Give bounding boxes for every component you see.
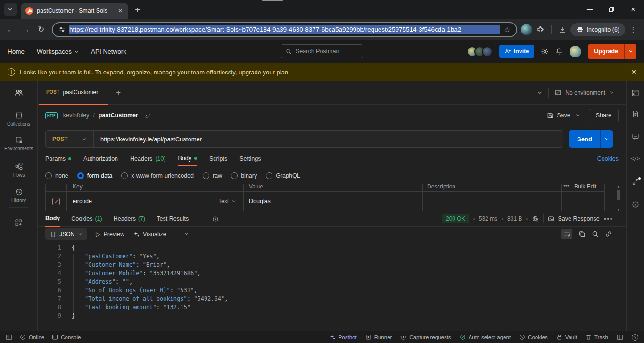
nav-home[interactable]: Home: [8, 48, 25, 55]
response-history-icon[interactable]: [212, 215, 219, 222]
sidebar-configure-button[interactable]: [0, 219, 37, 227]
request-tab-pastcustomer[interactable]: POST pastCustomer: [39, 81, 108, 105]
table-row[interactable]: ✓ eircode Text Douglas: [46, 192, 604, 211]
breadcrumb-request-name[interactable]: pastCustomer: [99, 112, 138, 119]
radio-icon[interactable]: [231, 172, 238, 179]
scroll-up-icon[interactable]: ▲: [617, 184, 620, 189]
browser-menu-icon[interactable]: ⋮: [626, 23, 640, 37]
tab-params[interactable]: Params: [45, 152, 71, 166]
save-button[interactable]: Save: [547, 112, 570, 119]
invite-button[interactable]: Invite: [499, 45, 535, 58]
upgrade-button[interactable]: Upgrade: [588, 44, 624, 59]
postman-search-box[interactable]: Search Postman: [281, 44, 363, 58]
user-avatar[interactable]: [570, 46, 581, 57]
new-request-tab-button[interactable]: +: [116, 88, 121, 98]
window-minimize-button[interactable]: —: [579, 0, 601, 19]
tab-authorization[interactable]: Authorization: [83, 152, 118, 166]
documentation-button[interactable]: [627, 110, 644, 118]
sidebar-item-environments[interactable]: Environments: [0, 136, 37, 151]
window-close-button[interactable]: ✕: [622, 0, 644, 19]
mode-urlencoded[interactable]: x-www-form-urlencoded: [121, 172, 194, 179]
postbot-button[interactable]: Postbot: [330, 334, 357, 340]
link-icon[interactable]: [605, 230, 612, 237]
banner-close-icon[interactable]: ✕: [631, 68, 636, 76]
visualize-button[interactable]: Visualize: [133, 231, 166, 237]
mode-raw[interactable]: raw: [203, 172, 222, 179]
mode-binary[interactable]: binary: [231, 172, 257, 179]
preview-button[interactable]: ▷ Preview: [96, 231, 124, 237]
downloads-icon[interactable]: [555, 23, 570, 37]
team-avatars[interactable]: [467, 46, 493, 57]
tab-headers[interactable]: Headers(10): [130, 152, 165, 166]
cookies-button[interactable]: Cookies: [519, 334, 548, 340]
status-badge[interactable]: 200 OK: [442, 214, 469, 223]
upgrade-chevron-button[interactable]: [624, 44, 636, 59]
capture-requests-button[interactable]: Capture requests: [400, 334, 451, 340]
tab-search-button[interactable]: [4, 3, 17, 16]
send-button[interactable]: Send: [569, 130, 600, 148]
online-status[interactable]: Online: [20, 334, 44, 340]
bulk-edit-button[interactable]: Bulk Edit: [574, 184, 596, 190]
response-tab-body[interactable]: Body: [45, 211, 60, 227]
sidebar-item-flows[interactable]: Flows: [0, 162, 37, 178]
send-chevron-button[interactable]: [600, 130, 613, 148]
row-checkbox[interactable]: ✓: [52, 198, 60, 205]
response-time[interactable]: 532 ms: [479, 215, 497, 222]
nav-workspaces[interactable]: Workspaces: [37, 48, 79, 55]
table-scrollbar[interactable]: ▲ ▼: [615, 184, 622, 213]
settings-gear-icon[interactable]: [541, 48, 549, 56]
network-globe-icon[interactable]: [532, 215, 539, 222]
nav-api-network[interactable]: API Network: [91, 48, 126, 55]
new-tab-button[interactable]: +: [135, 5, 140, 14]
environment-quick-look-button[interactable]: [627, 89, 644, 97]
mode-none[interactable]: none: [45, 172, 68, 179]
site-settings-icon[interactable]: [58, 26, 66, 33]
auto-select-agent-button[interactable]: Auto-select agent: [460, 334, 511, 340]
wrap-lines-icon[interactable]: [561, 229, 572, 239]
key-cell[interactable]: eircode: [73, 198, 92, 204]
help-icon[interactable]: ?: [632, 334, 638, 341]
breadcrumb-workspace[interactable]: kevinfoley: [63, 112, 90, 119]
tab-list-chevron-icon[interactable]: [537, 90, 543, 96]
scrollbar-thumb[interactable]: [617, 190, 620, 200]
sidebar-toggle-icon[interactable]: [6, 334, 12, 341]
response-tab-cookies[interactable]: Cookies(1): [71, 211, 102, 227]
back-icon[interactable]: ←: [4, 23, 18, 37]
url-text[interactable]: https://red-trinity-837218.postman.co/wo…: [69, 25, 500, 34]
forward-icon[interactable]: →: [19, 23, 33, 37]
more-icon[interactable]: ●●●: [563, 184, 569, 188]
copy-icon[interactable]: [578, 230, 586, 237]
browser-tab[interactable]: pastCustomer - Smart Sols ✕: [21, 3, 128, 19]
extensions-puzzle-icon[interactable]: [533, 23, 547, 37]
notifications-bell-icon[interactable]: [555, 48, 563, 55]
sidebar-item-team[interactable]: [0, 88, 37, 98]
reload-icon[interactable]: ↻: [34, 23, 48, 37]
upgrade-plan-link[interactable]: upgrade your plan.: [239, 69, 289, 76]
comments-button[interactable]: [627, 133, 644, 140]
chevron-down-icon[interactable]: [184, 231, 189, 237]
tab-scripts[interactable]: Scripts: [209, 152, 227, 166]
response-tab-headers[interactable]: Headers(7): [114, 211, 146, 227]
response-tab-test-results[interactable]: Test Results: [157, 211, 189, 227]
value-cell[interactable]: Douglas: [249, 198, 271, 204]
search-response-icon[interactable]: [592, 230, 599, 237]
split-pane-icon[interactable]: [617, 334, 623, 341]
vault-button[interactable]: Vault: [556, 334, 577, 340]
mode-graphql[interactable]: GraphQL: [266, 172, 300, 179]
share-button[interactable]: Share: [589, 109, 619, 122]
console-button[interactable]: Console: [52, 334, 81, 340]
tab-close-icon[interactable]: ✕: [116, 7, 124, 15]
response-more-icon[interactable]: ●●●: [604, 216, 613, 221]
window-restore-button[interactable]: [601, 0, 622, 19]
tab-body[interactable]: Body: [178, 152, 198, 166]
type-dropdown[interactable]: Text: [218, 198, 236, 204]
save-response-button[interactable]: Save Response: [548, 215, 599, 222]
runner-button[interactable]: Runner: [365, 334, 392, 340]
method-dropdown[interactable]: POST: [46, 131, 94, 147]
sidebar-item-history[interactable]: History: [0, 188, 37, 203]
radio-icon[interactable]: [266, 172, 272, 179]
radio-icon[interactable]: [121, 172, 128, 179]
info-button[interactable]: [627, 201, 644, 208]
address-bar[interactable]: https://red-trinity-837218.postman.co/wo…: [52, 22, 517, 37]
request-url-input[interactable]: https://kevinfoley.ie/api/pastCustomer: [94, 136, 202, 143]
